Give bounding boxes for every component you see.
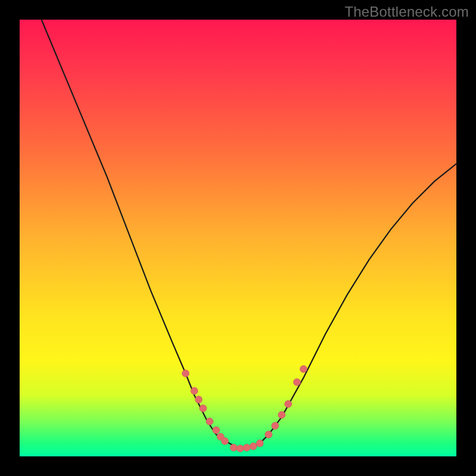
curve-marker — [284, 400, 292, 408]
curve-marker — [230, 444, 237, 451]
watermark-text: TheBottleneck.com — [345, 4, 469, 20]
curve-marker — [199, 405, 206, 412]
curve-marker — [271, 422, 278, 430]
curve-markers-right — [265, 365, 307, 438]
curve-marker — [250, 443, 257, 450]
curve-marker — [237, 445, 244, 452]
curve-markers-bottom — [230, 440, 264, 452]
curve-marker — [300, 365, 307, 372]
plot-area — [20, 20, 456, 456]
curve-marker — [182, 370, 189, 377]
curve-marker — [195, 396, 202, 403]
bottleneck-curve — [42, 20, 456, 447]
curve-marker — [243, 444, 250, 451]
bottleneck-curve-svg — [20, 20, 456, 456]
curve-marker — [212, 427, 220, 434]
curve-marker — [278, 411, 285, 418]
curve-marker — [256, 440, 264, 447]
chart-frame: TheBottleneck.com — [0, 0, 476, 476]
curve-marker — [265, 431, 272, 438]
curve-marker — [221, 437, 228, 444]
curve-marker — [293, 378, 300, 386]
curve-marker — [206, 418, 213, 425]
curve-marker — [191, 387, 198, 394]
